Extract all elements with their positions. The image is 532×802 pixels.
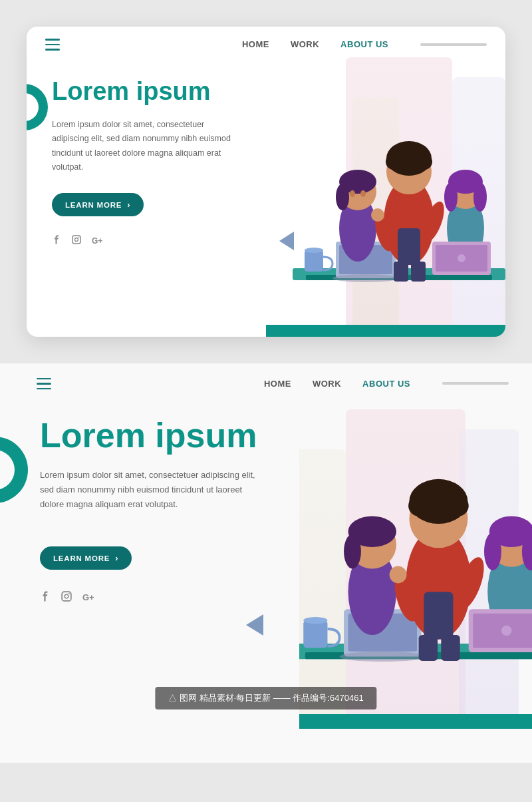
svg-point-71	[501, 626, 512, 636]
googleplus-icon[interactable]: G+	[92, 236, 102, 246]
svg-point-26	[371, 208, 384, 222]
nav-search-bar-2	[442, 382, 509, 385]
svg-rect-0	[72, 236, 80, 244]
nav-about[interactable]: ABOUT US	[340, 39, 388, 49]
teal-bottom-bar-2	[299, 714, 532, 729]
svg-point-58	[441, 486, 458, 503]
section2-illustration	[299, 396, 532, 729]
svg-point-38	[65, 594, 68, 598]
section2-hero: Lorem ipsum Lorem ipsum dolor sit amet, …	[0, 396, 532, 729]
svg-rect-63	[441, 635, 460, 661]
svg-rect-42	[303, 620, 327, 648]
triangle-decoration-2	[246, 614, 263, 636]
svg-point-46	[340, 652, 426, 662]
svg-point-14	[350, 190, 355, 197]
social-icons-2: G+	[40, 591, 286, 604]
card-1: HOME WORK ABOUT US Lorem ipsum Lorem ips…	[27, 27, 505, 337]
nav-work[interactable]: WORK	[291, 39, 319, 49]
instagram-icon-2[interactable]	[61, 591, 72, 604]
hamburger-menu[interactable]	[45, 39, 60, 51]
people-illustration	[286, 99, 505, 325]
nav-search-bar	[420, 43, 487, 46]
arrow-icon: ›	[127, 200, 130, 210]
svg-point-61	[390, 566, 407, 584]
nav-links-2: HOME WORK ABOUT US	[264, 379, 509, 389]
people-illustration-2	[299, 424, 532, 717]
section-2: HOME WORK ABOUT US Lorem ipsum Lorem ips…	[0, 363, 532, 763]
svg-point-43	[303, 617, 327, 624]
svg-rect-27	[394, 262, 408, 282]
svg-point-22	[396, 146, 409, 160]
svg-point-36	[458, 254, 466, 262]
arrow-icon-2: ›	[115, 553, 118, 563]
navbar: HOME WORK ABOUT US	[27, 27, 505, 57]
svg-point-23	[411, 146, 424, 160]
facebook-icon-2[interactable]	[40, 591, 51, 604]
section2-left: Lorem ipsum Lorem ipsum dolor sit amet, …	[33, 396, 299, 729]
learn-more-label: LEARN MORE	[65, 201, 122, 209]
svg-point-39	[68, 593, 70, 594]
nav-links: HOME WORK ABOUT US	[242, 39, 487, 49]
svg-point-33	[473, 182, 487, 212]
learn-more-button-2[interactable]: LEARN MORE ›	[40, 546, 132, 570]
svg-point-32	[444, 182, 458, 212]
svg-point-50	[344, 534, 361, 569]
hamburger-menu-2[interactable]	[37, 378, 51, 390]
svg-point-15	[360, 190, 366, 197]
svg-point-1	[75, 238, 78, 242]
social-icons: G+	[52, 235, 247, 246]
svg-rect-17	[398, 228, 420, 265]
googleplus-icon-2[interactable]: G+	[82, 592, 94, 602]
hero-illustration	[266, 57, 505, 337]
learn-more-label-2: LEARN MORE	[53, 554, 110, 562]
svg-point-9	[332, 274, 399, 282]
hero-title: Lorem ipsum	[52, 77, 247, 106]
facebook-icon[interactable]	[52, 235, 61, 246]
svg-point-67	[484, 532, 501, 570]
instagram-icon[interactable]	[72, 235, 81, 246]
learn-more-button[interactable]: LEARN MORE ›	[52, 193, 144, 216]
nav-about-2[interactable]: ABOUT US	[362, 379, 410, 389]
hero-section: Lorem ipsum Lorem ipsum dolor sit amet, …	[27, 57, 505, 337]
svg-point-6	[305, 248, 323, 253]
svg-rect-52	[424, 592, 453, 639]
svg-point-13	[336, 184, 349, 210]
svg-point-2	[78, 237, 80, 238]
navbar-2: HOME WORK ABOUT US	[0, 363, 532, 397]
svg-rect-37	[62, 592, 71, 601]
hero-description: Lorem ipsum dolor sit amet, consectetuer…	[52, 118, 238, 174]
nav-home-2[interactable]: HOME	[264, 379, 291, 389]
svg-point-57	[422, 486, 439, 503]
teal-bottom-bar	[266, 325, 505, 337]
svg-rect-62	[419, 635, 438, 661]
hero-left: Lorem ipsum Lorem ipsum dolor sit amet, …	[27, 57, 266, 337]
svg-rect-28	[411, 262, 426, 282]
hero-title-2: Lorem ipsum	[40, 416, 286, 456]
svg-rect-5	[305, 250, 323, 272]
nav-home[interactable]: HOME	[242, 39, 269, 49]
nav-work-2[interactable]: WORK	[313, 379, 341, 389]
hero-desc-2: Lorem ipsum dolor sit amet, consectetuer…	[40, 468, 259, 512]
